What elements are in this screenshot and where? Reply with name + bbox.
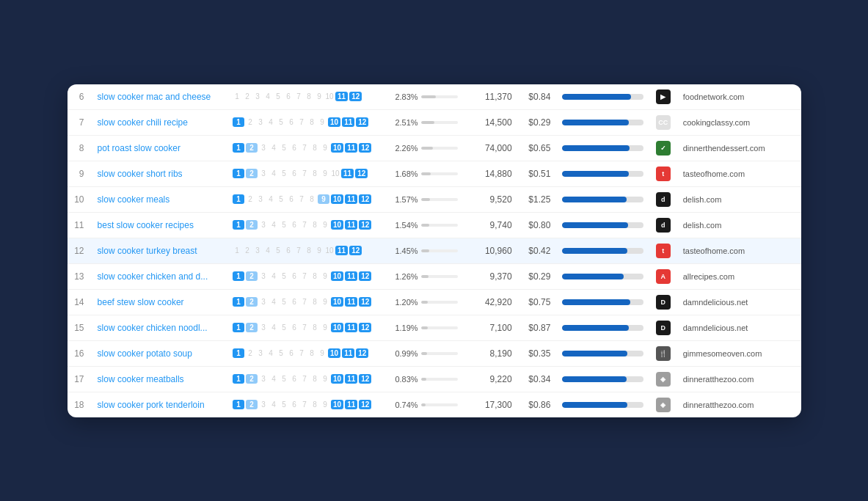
position-badge: 10 <box>328 348 340 358</box>
main-card: 6slow cooker mac and cheese1234567891011… <box>68 84 801 417</box>
site-favicon: ✓ <box>656 141 671 156</box>
share-percentage: 1.57% <box>395 195 417 204</box>
table-row[interactable]: 13slow cooker chicken and d...1234567891… <box>68 263 801 289</box>
keyword-cell[interactable]: pot roast slow cooker <box>92 135 227 161</box>
position-badge: 7 <box>300 375 309 383</box>
keyword-link[interactable]: slow cooker mac and cheese <box>98 92 211 102</box>
position-badge: 3 <box>259 221 268 229</box>
favicon-cell: ▶ <box>649 84 677 110</box>
keyword-link[interactable]: best slow cooker recipes <box>98 220 194 230</box>
position-badge: 4 <box>263 92 272 100</box>
keyword-link[interactable]: slow cooker chili recipe <box>98 117 188 128</box>
position-badge: 3 <box>253 92 262 100</box>
keyword-cell[interactable]: slow cooker meals <box>92 186 227 212</box>
position-badge: 10 <box>325 92 334 100</box>
position-badge: 8 <box>310 298 319 306</box>
position-badge: 6 <box>290 221 299 229</box>
keyword-cell[interactable]: slow cooker chicken noodl... <box>92 315 227 340</box>
position-badge: 7 <box>297 195 306 203</box>
share-cell: 2.51% <box>389 109 467 135</box>
keyword-cell[interactable]: best slow cooker recipes <box>92 212 227 238</box>
favicon-cell: d <box>649 212 677 238</box>
share-cell: 1.19% <box>389 315 467 340</box>
favicon-cell: 🍴 <box>649 340 677 366</box>
volume-cell: 11,370 <box>467 84 518 110</box>
domain-cell: damndelicious.net <box>677 315 801 340</box>
rank-cell: 6 <box>68 84 92 110</box>
keyword-link[interactable]: slow cooker short ribs <box>98 169 183 179</box>
position-badge: 1 <box>233 271 244 281</box>
position-badge: 6 <box>287 349 296 357</box>
table-row[interactable]: 11best slow cooker recipes12345678910111… <box>68 212 801 238</box>
position-badge: 8 <box>310 272 319 280</box>
position-badge: 4 <box>269 401 278 409</box>
position-badge: 6 <box>290 169 299 178</box>
keyword-link[interactable]: slow cooker meals <box>98 194 170 205</box>
keyword-link[interactable]: slow cooker meatballs <box>98 374 184 384</box>
site-favicon: ◈ <box>656 398 671 412</box>
position-badge: 1 <box>233 400 244 409</box>
favicon-cell: ◈ <box>649 392 677 417</box>
table-row[interactable]: 16slow cooker potato soup123456789101112… <box>68 340 801 366</box>
position-badge: 4 <box>269 323 278 332</box>
position-badge: 7 <box>300 144 309 152</box>
keyword-cell[interactable]: slow cooker pork tenderloin <box>92 392 227 417</box>
position-badge: 5 <box>274 246 282 255</box>
keyword-link[interactable]: slow cooker potato soup <box>98 348 192 359</box>
position-badge: 1 <box>233 143 244 153</box>
share-cell: 1.57% <box>389 186 467 212</box>
position-badge: 2 <box>246 297 258 307</box>
site-favicon: ◈ <box>656 372 671 387</box>
site-favicon: t <box>656 244 671 258</box>
position-badge: 8 <box>310 401 319 409</box>
keyword-cell[interactable]: slow cooker turkey breast <box>92 238 227 263</box>
keyword-cell[interactable]: slow cooker meatballs <box>92 366 227 392</box>
domain-cell: tasteofhome.com <box>677 161 801 186</box>
table-row[interactable]: 10slow cooker meals1234567891011121.57%9… <box>68 186 801 212</box>
table-row[interactable]: 15slow cooker chicken noodl...1234567891… <box>68 315 801 340</box>
share-cell: 0.83% <box>389 366 467 392</box>
keyword-link[interactable]: pot roast slow cooker <box>98 143 180 153</box>
position-badge: 2 <box>246 349 255 357</box>
position-badge: 8 <box>304 246 313 255</box>
keyword-cell[interactable]: slow cooker chicken and d... <box>92 263 227 289</box>
position-badge: 6 <box>287 118 296 126</box>
favicon-cell: d <box>649 186 677 212</box>
cpc-cell: $0.86 <box>518 392 557 417</box>
table-row[interactable]: 12slow cooker turkey breast1234567891011… <box>68 238 801 263</box>
table-row[interactable]: 6slow cooker mac and cheese1234567891011… <box>68 84 801 110</box>
keyword-cell[interactable]: beef stew slow cooker <box>92 289 227 315</box>
position-badge: 5 <box>277 118 285 126</box>
keyword-cell[interactable]: slow cooker potato soup <box>92 340 227 366</box>
position-badge: 1 <box>233 323 244 332</box>
rank-cell: 14 <box>68 289 92 315</box>
table-row[interactable]: 7slow cooker chili recipe123456789101112… <box>68 109 801 135</box>
keyword-cell[interactable]: slow cooker chili recipe <box>92 109 227 135</box>
table-row[interactable]: 14beef stew slow cooker1234567891011121.… <box>68 289 801 315</box>
position-badge: 3 <box>259 169 268 178</box>
table-row[interactable]: 18slow cooker pork tenderloin12345678910… <box>68 392 801 417</box>
keyword-cell[interactable]: slow cooker mac and cheese <box>92 84 227 110</box>
keyword-link[interactable]: beef stew slow cooker <box>98 297 184 307</box>
position-badge: 4 <box>266 349 275 357</box>
keyword-link[interactable]: slow cooker pork tenderloin <box>98 400 205 410</box>
favicon-cell: t <box>649 161 677 186</box>
table-row[interactable]: 17slow cooker meatballs1234567891011120.… <box>68 366 801 392</box>
share-cell: 2.83% <box>389 84 467 110</box>
position-badge: 7 <box>297 349 306 357</box>
keyword-link[interactable]: slow cooker chicken noodl... <box>98 323 208 333</box>
keyword-link[interactable]: slow cooker turkey breast <box>98 246 197 256</box>
cpc-cell: $0.42 <box>518 238 557 263</box>
position-badge: 5 <box>280 323 288 332</box>
keyword-cell[interactable]: slow cooker short ribs <box>92 161 227 186</box>
competition-bar-cell <box>556 109 649 135</box>
position-badge: 11 <box>345 400 357 409</box>
table-row[interactable]: 8pot roast slow cooker1234567891011122.2… <box>68 135 801 161</box>
keyword-link[interactable]: slow cooker chicken and d... <box>98 271 208 282</box>
position-badge: 2 <box>246 271 258 281</box>
rank-cell: 16 <box>68 340 92 366</box>
position-badge: 12 <box>359 323 371 332</box>
position-badge: 3 <box>259 272 268 280</box>
share-percentage: 2.26% <box>395 144 417 153</box>
table-row[interactable]: 9slow cooker short ribs1234567891011121.… <box>68 161 801 186</box>
